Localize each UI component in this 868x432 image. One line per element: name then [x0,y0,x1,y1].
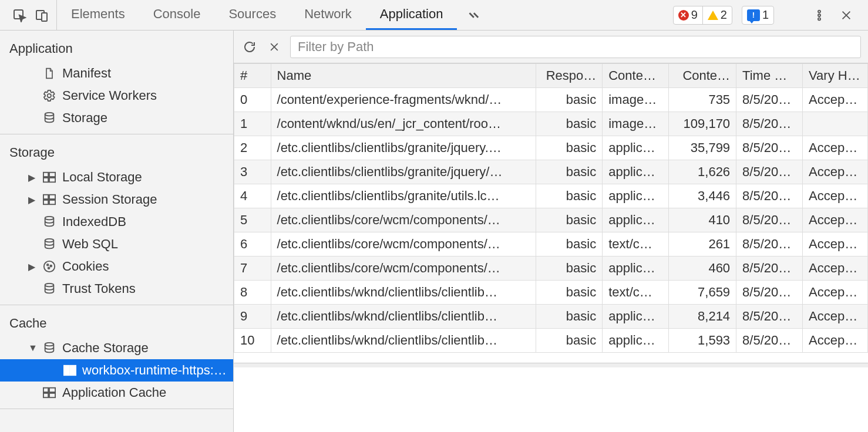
table-row[interactable]: 3/etc.clientlibs/clientlibs/granite/jque… [234,160,868,184]
col-header-content-type[interactable]: Conte… [603,64,669,88]
table-row[interactable]: 7/etc.clientlibs/core/wcm/components/…ba… [234,256,868,281]
col-header-response[interactable]: Respo… [536,64,603,88]
expand-arrow-icon[interactable]: ▶ [28,194,36,205]
cell-idx: 3 [234,160,271,184]
cell-len: 460 [669,256,736,281]
table-row[interactable]: 6/etc.clientlibs/core/wcm/components/…ba… [234,232,868,256]
sidebar-item[interactable]: Trust Tokens [0,278,233,300]
expand-arrow-icon[interactable]: ▶ [28,261,36,272]
cell-name: /etc.clientlibs/wknd/clientlibs/clientli… [271,305,536,329]
sidebar-item[interactable]: Application Cache [0,382,233,404]
tabs-overflow-icon[interactable] [457,0,489,30]
cell-vary: Accep… [803,208,868,232]
clear-icon[interactable] [265,38,283,56]
tab-application[interactable]: Application [366,0,457,30]
cell-vary: Accep… [803,256,868,281]
col-header-vary[interactable]: Vary H… [803,64,868,88]
cell-len: 109,170 [669,112,736,136]
table-row[interactable]: 10/etc.clientlibs/wknd/clientlibs/client… [234,329,868,353]
svg-point-16 [45,239,54,242]
sidebar-item[interactable]: Web SQL [0,233,233,255]
issues-badge[interactable]: ! 1 [742,6,774,25]
database-icon [42,215,56,229]
table-row[interactable]: 8/etc.clientlibs/wknd/clientlibs/clientl… [234,281,868,305]
grid-icon [42,386,56,400]
cell-vary: Accep… [803,88,868,112]
cell-idx: 9 [234,305,271,329]
inspect-icon[interactable] [11,6,28,24]
svg-rect-13 [43,200,48,204]
cell-len: 8,214 [669,305,736,329]
col-header-index[interactable]: # [234,64,271,88]
sidebar-item-label: Web SQL [62,237,118,252]
table-row[interactable]: 0/content/experience-fragments/wknd/…bas… [234,88,868,112]
sidebar-item[interactable]: ▼Cache Storage [0,337,233,359]
cell-idx: 2 [234,136,271,160]
cache-table-wrap[interactable]: # Name Respo… Conte… Conte… Time … Vary … [234,63,868,363]
topbar-left-icons [0,0,57,30]
cell-name: /etc.clientlibs/wknd/clientlibs/clientli… [271,329,536,353]
sidebar-item[interactable]: Service Workers [0,85,233,107]
sidebar-item[interactable]: workbox-runtime-https://pu [0,359,233,382]
warnings-count: 2 [721,8,727,22]
cell-name: /etc.clientlibs/core/wcm/components/… [271,232,536,256]
table-row[interactable]: 2/etc.clientlibs/clientlibs/granite/jque… [234,136,868,160]
col-header-time[interactable]: Time … [736,64,803,88]
svg-rect-12 [49,195,55,199]
table-row[interactable]: 1/content/wknd/us/en/_jcr_content/roo…ba… [234,112,868,136]
sidebar-item-label: Cache Storage [62,340,149,356]
sidebar-item[interactable]: ▶Cookies [0,255,233,278]
col-header-name[interactable]: Name [271,64,536,88]
cell-vary: Accep… [803,184,868,208]
device-toggle-icon[interactable] [33,6,51,24]
grid-icon [42,193,56,207]
table-row[interactable]: 5/etc.clientlibs/core/wcm/components/…ba… [234,208,868,232]
cell-vary: Accep… [803,160,868,184]
issues-count: 1 [762,8,769,22]
svg-point-20 [48,267,50,269]
cell-name: /etc.clientlibs/clientlibs/granite/utils… [271,184,536,208]
grid-icon [42,170,56,184]
cell-idx: 4 [234,184,271,208]
cell-type: applic… [603,184,669,208]
tab-elements[interactable]: Elements [57,0,139,30]
sidebar-item[interactable]: ▶Session Storage [0,188,233,211]
svg-point-3 [818,10,820,12]
filter-input[interactable] [290,36,861,58]
cell-resp: basic [536,112,603,136]
col-header-content-length[interactable]: Conte… [669,64,736,88]
file-icon [42,66,56,80]
svg-rect-24 [70,366,76,370]
sidebar-item[interactable]: Storage [0,107,233,129]
svg-point-22 [45,343,54,346]
svg-rect-7 [43,173,48,177]
expand-arrow-icon[interactable]: ▼ [28,343,36,353]
close-devtools-icon[interactable] [837,6,855,24]
sidebar-item-label: IndexedDB [62,214,126,230]
tab-sources[interactable]: Sources [214,0,290,30]
cell-vary: Accep… [803,232,868,256]
cell-time: 8/5/20… [736,281,803,305]
warnings-segment[interactable]: 2 [702,6,732,24]
cell-idx: 0 [234,88,271,112]
cell-time: 8/5/20… [736,329,803,353]
cell-type: applic… [603,136,669,160]
table-row[interactable]: 9/etc.clientlibs/wknd/clientlibs/clientl… [234,305,868,329]
tab-network[interactable]: Network [290,0,366,30]
sidebar-item[interactable]: Manifest [0,62,233,85]
svg-point-21 [45,284,54,287]
tab-console[interactable]: Console [139,0,215,30]
expand-arrow-icon[interactable]: ▶ [28,172,36,183]
splitter[interactable] [234,363,868,367]
cell-time: 8/5/20… [736,232,803,256]
sidebar-item[interactable]: IndexedDB [0,211,233,233]
cell-type: text/c… [603,281,669,305]
sidebar-item[interactable]: ▶Local Storage [0,166,233,188]
settings-icon[interactable] [783,6,801,24]
refresh-icon[interactable] [241,38,258,56]
errors-segment[interactable]: ✕ 9 [674,6,702,24]
table-row[interactable]: 4/etc.clientlibs/clientlibs/granite/util… [234,184,868,208]
cell-resp: basic [536,329,603,353]
errors-warnings-badge[interactable]: ✕ 9 2 [673,6,732,25]
kebab-menu-icon[interactable] [810,6,828,24]
